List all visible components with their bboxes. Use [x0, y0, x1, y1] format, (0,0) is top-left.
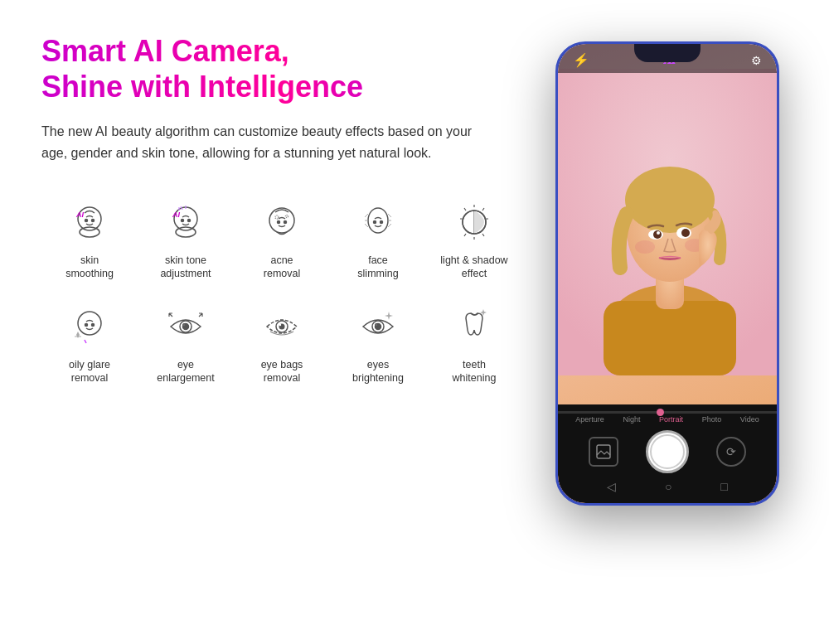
- svg-point-6: [176, 227, 196, 237]
- feature-eye-enlargement: eyeenlargement: [138, 295, 234, 392]
- svg-point-11: [278, 220, 280, 223]
- skin-smoothing-icon: AI: [65, 197, 114, 247]
- feature-acne-removal: acneremoval: [234, 191, 330, 288]
- flip-camera-button[interactable]: ⟳: [716, 437, 746, 467]
- svg-point-43: [635, 240, 655, 254]
- svg-point-31: [376, 324, 377, 326]
- phone-notch: [634, 44, 701, 62]
- left-content: Smart AI Camera, Shine with Intelligence…: [41, 33, 539, 392]
- svg-point-21: [85, 324, 88, 327]
- feature-skin-tone: AI skin toneadjustment: [138, 191, 234, 288]
- flip-icon: ⟳: [726, 445, 736, 458]
- home-button[interactable]: ○: [665, 480, 671, 493]
- svg-point-12: [284, 220, 287, 223]
- shutter-button[interactable]: [646, 430, 689, 473]
- eyes-brightening-label: eyesbrightening: [352, 358, 404, 385]
- teeth-whitening-label: teethwhitening: [453, 358, 497, 385]
- recents-button[interactable]: □: [720, 480, 727, 493]
- svg-point-14: [286, 215, 288, 217]
- feature-eye-bags: eye bagsremoval: [234, 295, 330, 392]
- svg-rect-34: [604, 301, 736, 375]
- settings-icon[interactable]: ⚙: [751, 54, 762, 67]
- description-text: The new AI beauty algorithm can customiz…: [41, 121, 473, 163]
- eye-enlargement-label: eyeenlargement: [157, 358, 215, 385]
- back-button[interactable]: ◁: [607, 480, 616, 493]
- acne-removal-icon: [257, 197, 307, 247]
- gallery-button[interactable]: [589, 437, 618, 467]
- feature-skin-smoothing: AI skinsmoothing: [41, 191, 138, 288]
- phone-mockup-container: ⚡ 𝑨𝑰 ⚙ Aperture Night Portrait Photo Vid…: [539, 33, 796, 506]
- phone-nav-bar: ◁ ○ □: [558, 477, 777, 496]
- mode-aperture[interactable]: Aperture: [575, 415, 604, 424]
- camera-controls: ⟳: [558, 427, 777, 477]
- svg-point-41: [681, 229, 690, 237]
- svg-text:AI: AI: [75, 211, 84, 219]
- teeth-whitening-icon: [449, 302, 499, 351]
- camera-modes: Aperture Night Portrait Photo Video: [558, 415, 777, 427]
- feature-face-slimming: faceslimming: [330, 191, 426, 288]
- eyes-brightening-icon: [353, 302, 403, 351]
- oily-glare-label: oily glareremoval: [69, 358, 110, 385]
- face-slimming-label: faceslimming: [357, 254, 398, 281]
- light-shadow-icon: [449, 197, 499, 247]
- camera-bottom-bar: Aperture Night Portrait Photo Video: [558, 404, 777, 503]
- svg-point-1: [80, 227, 99, 237]
- svg-point-8: [182, 219, 184, 221]
- mode-photo[interactable]: Photo: [702, 415, 722, 424]
- shutter-inner: [650, 434, 685, 469]
- feature-oily-glare: oily glareremoval: [41, 295, 138, 392]
- eye-bags-label: eye bagsremoval: [261, 358, 303, 385]
- svg-point-25: [183, 324, 185, 326]
- light-shadow-label: light & shadoweffect: [440, 254, 507, 281]
- phone-mockup: ⚡ 𝑨𝑰 ⚙ Aperture Night Portrait Photo Vid…: [555, 41, 779, 506]
- svg-point-15: [368, 208, 388, 233]
- mode-night[interactable]: Night: [623, 415, 640, 424]
- skin-smoothing-label: skinsmoothing: [65, 254, 114, 281]
- svg-rect-45: [597, 445, 610, 458]
- svg-point-22: [92, 324, 95, 327]
- svg-point-10: [269, 208, 294, 233]
- svg-text:AI: AI: [172, 211, 180, 219]
- svg-point-4: [92, 219, 95, 221]
- svg-point-42: [657, 231, 660, 235]
- flash-icon[interactable]: ⚡: [573, 52, 589, 68]
- svg-point-13: [275, 215, 279, 219]
- mode-slider: [558, 411, 777, 414]
- heading-line2: Shine with Intelligence: [41, 70, 363, 104]
- features-grid-row2: oily glareremoval eyeenlargement: [41, 295, 522, 392]
- main-heading: Smart AI Camera, Shine with Intelligence: [41, 33, 522, 104]
- svg-point-16: [374, 220, 376, 223]
- heading-line1: Smart AI Camera,: [41, 34, 289, 68]
- svg-point-28: [279, 324, 281, 326]
- eye-bags-icon: [257, 302, 307, 351]
- svg-point-3: [85, 219, 88, 221]
- slider-indicator: [657, 409, 664, 416]
- feature-eyes-brightening: eyesbrightening: [330, 295, 426, 392]
- feature-teeth-whitening: teethwhitening: [426, 295, 522, 392]
- features-grid-row1: AI skinsmoothing AI: [41, 191, 522, 288]
- acne-removal-label: acneremoval: [264, 254, 300, 281]
- mode-portrait[interactable]: Portrait: [659, 415, 683, 424]
- face-slimming-icon: [353, 197, 403, 247]
- eye-enlargement-icon: [161, 302, 211, 351]
- svg-point-17: [381, 220, 383, 223]
- svg-point-37: [625, 167, 715, 233]
- oily-glare-icon: [65, 302, 114, 351]
- skin-tone-icon: AI: [161, 197, 211, 247]
- mode-video[interactable]: Video: [740, 415, 759, 424]
- feature-light-shadow: light & shadoweffect: [426, 191, 522, 288]
- phone-screen: ⚡ 𝑨𝑰 ⚙ Aperture Night Portrait Photo Vid…: [558, 44, 777, 503]
- svg-point-9: [188, 219, 191, 221]
- skin-tone-label: skin toneadjustment: [160, 254, 211, 281]
- svg-point-20: [78, 312, 101, 335]
